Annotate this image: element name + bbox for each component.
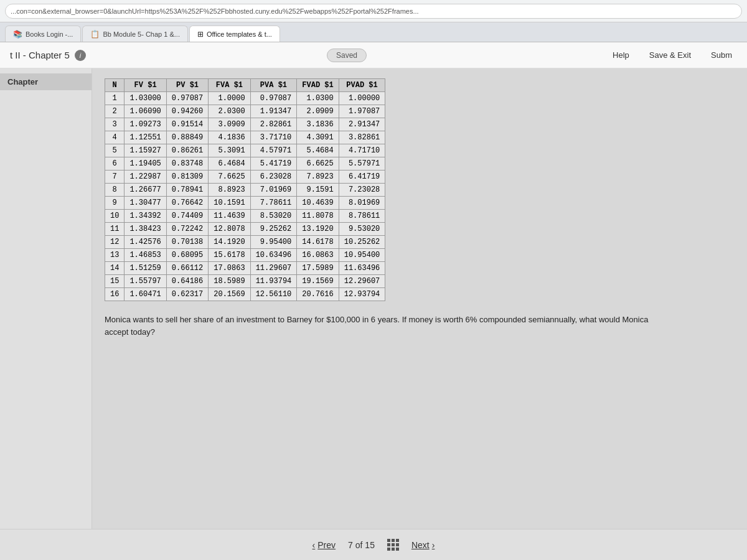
table-cell-4: 10.63496 xyxy=(250,249,297,262)
table-cell-3: 15.6178 xyxy=(209,249,250,262)
table-cell-5: 9.1591 xyxy=(297,184,339,197)
table-row: 101.343920.7440911.46398.5302011.80788.7… xyxy=(105,210,385,223)
table-cell-3: 14.1920 xyxy=(209,236,250,249)
table-cell-3: 20.1569 xyxy=(209,288,250,301)
table-cell-6: 12.93794 xyxy=(339,288,385,301)
module5-icon: 📋 xyxy=(90,30,100,39)
table-cell-3: 2.0300 xyxy=(209,105,250,118)
table-cell-6: 11.63496 xyxy=(339,262,385,275)
table-cell-3: 4.1836 xyxy=(209,131,250,144)
table-cell-0: 12 xyxy=(105,236,125,249)
table-cell-0: 14 xyxy=(105,262,125,275)
col-pva: PVA $1 xyxy=(250,79,297,92)
col-pv: PV $1 xyxy=(166,79,208,92)
col-fvad: FVAD $1 xyxy=(297,79,339,92)
table-cell-0: 11 xyxy=(105,223,125,236)
table-cell-6: 2.91347 xyxy=(339,118,385,131)
table-cell-2: 0.66112 xyxy=(166,262,208,275)
table-cell-1: 1.30477 xyxy=(125,197,166,210)
table-cell-6: 3.82861 xyxy=(339,131,385,144)
table-cell-3: 12.8078 xyxy=(209,223,250,236)
table-cell-6: 8.01969 xyxy=(339,197,385,210)
total-pages: 15 xyxy=(365,540,375,550)
tab-office-templates[interactable]: ⊞ Office templates & t... xyxy=(189,26,280,42)
table-cell-2: 0.86261 xyxy=(166,144,208,157)
table-cell-5: 17.5989 xyxy=(297,262,339,275)
table-cell-6: 5.57971 xyxy=(339,157,385,170)
table-cell-0: 7 xyxy=(105,170,125,184)
table-cell-0: 1 xyxy=(105,92,125,105)
main-layout: Chapter N FV $1 PV $1 FVA $1 PVA $1 FVAD… xyxy=(0,68,747,529)
table-cell-2: 0.76642 xyxy=(166,197,208,210)
table-row: 141.512590.6611217.086311.2960717.598911… xyxy=(105,262,385,275)
tab-books-login-label: Books Login -... xyxy=(26,30,73,38)
page-of-label: of xyxy=(355,540,363,550)
table-cell-1: 1.26677 xyxy=(125,184,166,197)
sidebar: Chapter xyxy=(0,68,92,529)
tab-office-templates-label: Office templates & t... xyxy=(207,30,272,38)
table-cell-1: 1.22987 xyxy=(125,170,166,184)
table-cell-3: 10.1591 xyxy=(209,197,250,210)
table-cell-6: 1.97087 xyxy=(339,105,385,118)
table-cell-4: 2.82861 xyxy=(250,118,297,131)
tab-module5-label: Bb Module 5- Chap 1 &... xyxy=(103,30,180,38)
data-table: N FV $1 PV $1 FVA $1 PVA $1 FVAD $1 PVAD… xyxy=(105,78,385,301)
table-cell-1: 1.09273 xyxy=(125,118,166,131)
page-info: 7 of 15 xyxy=(348,540,375,550)
table-cell-5: 16.0863 xyxy=(297,249,339,262)
table-cell-2: 0.68095 xyxy=(166,249,208,262)
table-row: 21.060900.942602.03001.913472.09091.9708… xyxy=(105,105,385,118)
table-cell-4: 6.23028 xyxy=(250,170,297,184)
table-cell-1: 1.60471 xyxy=(125,288,166,301)
table-cell-0: 5 xyxy=(105,144,125,157)
tab-books-login[interactable]: 📚 Books Login -... xyxy=(5,26,81,42)
col-fva: FVA $1 xyxy=(209,79,250,92)
prev-button[interactable]: ‹ Prev xyxy=(312,540,336,550)
grid-view-icon[interactable] xyxy=(387,539,399,551)
sidebar-item-chapter[interactable]: Chapter xyxy=(0,73,92,90)
table-cell-5: 5.4684 xyxy=(297,144,339,157)
next-label: Next xyxy=(411,540,430,550)
table-cell-0: 13 xyxy=(105,249,125,262)
table-cell-0: 3 xyxy=(105,118,125,131)
table-cell-4: 5.41719 xyxy=(250,157,297,170)
help-button[interactable]: Help xyxy=(608,48,634,62)
table-cell-5: 10.4639 xyxy=(297,197,339,210)
table-cell-0: 8 xyxy=(105,184,125,197)
info-icon[interactable]: i xyxy=(75,50,86,61)
table-cell-4: 9.25262 xyxy=(250,223,297,236)
table-row: 91.304770.7664210.15917.7861110.46398.01… xyxy=(105,197,385,210)
next-button[interactable]: Next › xyxy=(411,540,435,550)
save-exit-button[interactable]: Save & Exit xyxy=(644,48,696,62)
prev-chevron-icon: ‹ xyxy=(312,540,316,550)
submit-button[interactable]: Subm xyxy=(706,48,737,62)
table-cell-5: 19.1569 xyxy=(297,275,339,288)
table-cell-4: 9.95400 xyxy=(250,236,297,249)
table-cell-1: 1.55797 xyxy=(125,275,166,288)
main-content: N FV $1 PV $1 FVA $1 PVA $1 FVAD $1 PVAD… xyxy=(92,68,747,529)
table-cell-2: 0.91514 xyxy=(166,118,208,131)
table-cell-3: 1.0000 xyxy=(209,92,250,105)
browser-url[interactable]: ...con=con&external_browser=0&launchUrl=… xyxy=(5,4,742,19)
table-row: 121.425760.7013814.19209.9540014.617810.… xyxy=(105,236,385,249)
table-cell-6: 1.00000 xyxy=(339,92,385,105)
col-fv: FV $1 xyxy=(125,79,166,92)
tab-module5[interactable]: 📋 Bb Module 5- Chap 1 &... xyxy=(82,26,188,42)
next-chevron-icon: › xyxy=(432,540,435,550)
table-row: 71.229870.813097.66256.230287.89236.4171… xyxy=(105,170,385,184)
table-cell-3: 18.5989 xyxy=(209,275,250,288)
table-cell-2: 0.64186 xyxy=(166,275,208,288)
current-page: 7 xyxy=(348,540,353,550)
table-cell-1: 1.51259 xyxy=(125,262,166,275)
page-title: t II - Chapter 5 xyxy=(10,50,70,60)
table-cell-3: 5.3091 xyxy=(209,144,250,157)
table-cell-5: 6.6625 xyxy=(297,157,339,170)
table-header-row: N FV $1 PV $1 FVA $1 PVA $1 FVAD $1 PVAD… xyxy=(105,79,385,92)
prev-label: Prev xyxy=(317,540,336,550)
table-cell-3: 7.6625 xyxy=(209,170,250,184)
table-cell-2: 0.97087 xyxy=(166,92,208,105)
question-text: Monica wants to sell her share of an inv… xyxy=(105,314,665,338)
table-cell-0: 2 xyxy=(105,105,125,118)
table-cell-2: 0.72242 xyxy=(166,223,208,236)
table-cell-5: 20.7616 xyxy=(297,288,339,301)
